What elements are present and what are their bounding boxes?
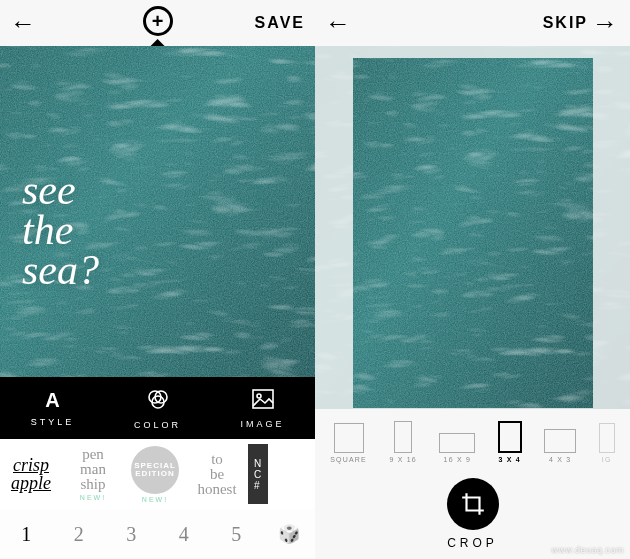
crop-frame[interactable] <box>353 58 593 408</box>
header-left: ← + ADD MORE TEXT SAVE <box>0 0 315 46</box>
plus-icon: + <box>152 10 164 33</box>
variant-1[interactable]: 1 <box>0 523 53 546</box>
crop-screen: ← SKIP → <box>315 0 630 559</box>
ratio-ig[interactable]: IG <box>599 423 615 463</box>
header-right: ← SKIP → <box>315 0 630 46</box>
tab-color[interactable]: COLOR <box>105 377 210 439</box>
color-icon <box>146 387 170 415</box>
variant-5[interactable]: 5 <box>210 523 263 546</box>
back-button[interactable]: ← <box>10 10 38 36</box>
special-edition-badge: SPECIAL EDITION <box>131 446 179 494</box>
crop-icon <box>460 491 486 517</box>
style-special-edition[interactable]: SPECIAL EDITION NEW! <box>124 444 186 504</box>
text-overlay[interactable]: see the sea? <box>22 171 99 291</box>
save-label: SAVE <box>255 14 305 32</box>
ratio-square[interactable]: SQUARE <box>330 423 367 463</box>
skip-button[interactable]: SKIP → <box>543 10 620 36</box>
style-to-be-honest[interactable]: to be honest <box>186 444 248 504</box>
crop-label: CROP <box>447 536 498 550</box>
edit-tabs: A STYLE COLOR IMAGE <box>0 377 315 439</box>
variant-row: 1 2 3 4 5 🎲 <box>0 509 315 559</box>
add-text-button[interactable]: + <box>143 6 173 36</box>
ratio-9x16[interactable]: 9 X 16 <box>389 421 416 463</box>
save-button[interactable]: SAVE <box>255 14 305 32</box>
style-carousel[interactable]: crisp apple pen man ship NEW! SPECIAL ED… <box>0 439 315 509</box>
crop-canvas[interactable] <box>315 46 630 409</box>
back-button-right[interactable]: ← <box>325 10 353 36</box>
tab-image[interactable]: IMAGE <box>210 377 315 439</box>
crop-image <box>353 58 593 408</box>
aspect-ratio-row: SQUARE 9 X 16 16 X 9 3 X 4 4 X 3 IG <box>315 409 630 469</box>
crop-button[interactable] <box>447 478 499 530</box>
style-next-peek[interactable]: N C # <box>248 444 268 504</box>
crop-action: CROP <box>315 469 630 559</box>
variant-4[interactable]: 4 <box>158 523 211 546</box>
arrow-left-icon: ← <box>325 10 353 36</box>
variant-random[interactable]: 🎲 <box>263 523 316 545</box>
svg-rect-12 <box>353 58 593 408</box>
arrow-left-icon: ← <box>10 10 38 36</box>
text-editor-screen: ← + ADD MORE TEXT SAVE see <box>0 0 315 559</box>
arrow-right-icon: → <box>592 10 620 36</box>
ratio-16x9[interactable]: 16 X 9 <box>439 433 475 463</box>
variant-3[interactable]: 3 <box>105 523 158 546</box>
tab-style[interactable]: A STYLE <box>0 377 105 439</box>
style-icon: A <box>45 389 59 412</box>
skip-label: SKIP <box>543 14 588 32</box>
ratio-4x3[interactable]: 4 X 3 <box>544 429 576 463</box>
canvas[interactable]: see the sea? <box>0 46 315 377</box>
image-icon <box>251 388 275 414</box>
svg-point-7 <box>257 394 261 398</box>
style-crisp-apple[interactable]: crisp apple <box>0 444 62 504</box>
ratio-3x4[interactable]: 3 X 4 <box>498 421 522 463</box>
style-penmanship[interactable]: pen man ship NEW! <box>62 444 124 504</box>
variant-2[interactable]: 2 <box>53 523 106 546</box>
